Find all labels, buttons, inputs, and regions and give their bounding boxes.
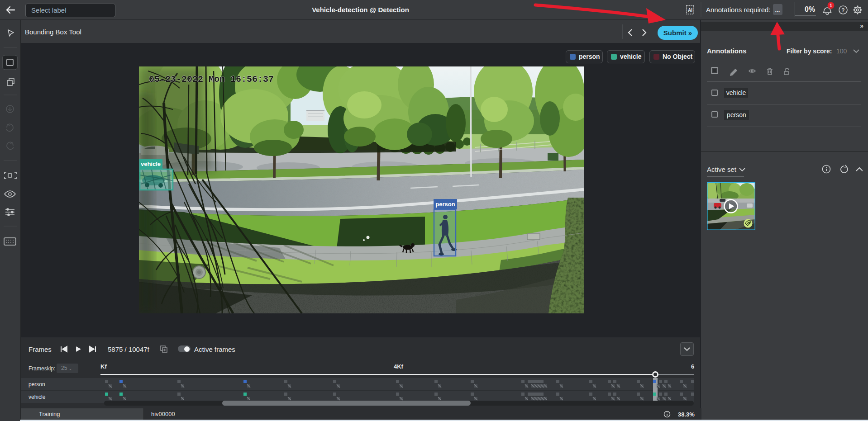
- svg-text:...: ...: [775, 7, 780, 14]
- svg-text:?: ?: [841, 7, 844, 14]
- svg-text:AI: AI: [688, 8, 692, 13]
- svg-text:Annotations required:: Annotations required:: [706, 6, 771, 14]
- svg-text:05-23-2022 Mon 16:56:37: 05-23-2022 Mon 16:56:37: [149, 74, 274, 85]
- svg-text:1: 1: [830, 3, 832, 8]
- svg-text:vehicle: vehicle: [141, 161, 161, 167]
- svg-text:0%: 0%: [805, 5, 815, 13]
- svg-text:person: person: [435, 201, 455, 208]
